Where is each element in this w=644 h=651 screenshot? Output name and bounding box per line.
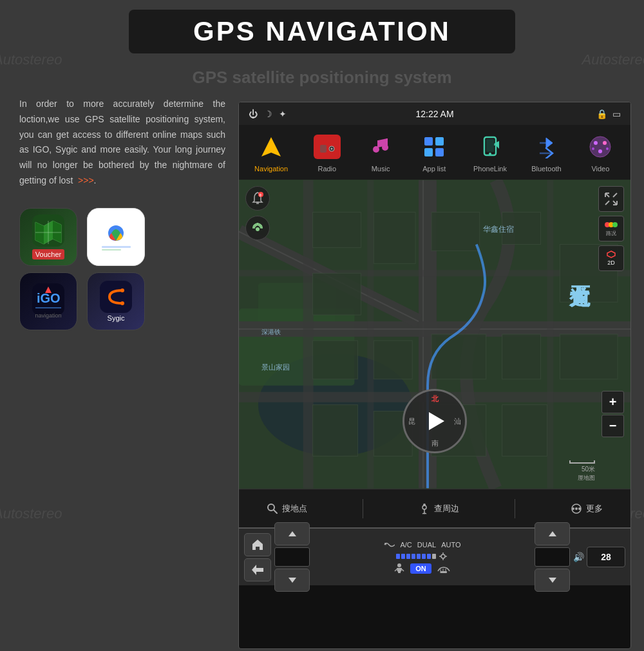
brightness-icon: ✦ [279,109,287,119]
traffic-btn[interactable]: 路况 [598,216,624,241]
status-icons-right: 🔒 ▭ [596,109,621,119]
zoom-out-btn[interactable]: − [601,415,624,437]
svg-point-43 [598,149,602,153]
fan-speed-icon [438,552,448,561]
svg-rect-11 [102,249,121,250]
menu-item-music[interactable]: Music [366,133,395,173]
svg-rect-32 [435,148,444,156]
svg-marker-105 [252,540,263,550]
vol-down-right-btn[interactable] [535,569,570,592]
more-label: 更多 [586,503,603,514]
app-icon-voucher[interactable]: Voucher [19,208,77,266]
menu-item-radio[interactable]: Radio [312,133,341,173]
menu-item-bluetooth[interactable]: Bluetooth [531,133,561,173]
car-controls: A/C DUAL AUTO [239,527,630,585]
device-screen: ⏻ ☽ ✦ 12:22 AM 🔒 ▭ Navigation [238,102,631,649]
svg-marker-96 [607,251,615,258]
svg-point-17 [120,288,124,292]
svg-text:iGO: iGO [37,291,61,305]
bottom-car-row: ON [393,563,451,574]
page-title: GPS NAVIGATION [142,16,502,47]
moon-icon: ☽ [264,109,272,119]
arrow-up-icon [288,531,297,537]
app-icons-grid: Voucher iGO [19,208,148,330]
app-menu-bar: Navigation Radio [239,125,630,180]
radio-label: Radio [317,165,336,173]
compass-north: 北 [431,394,439,404]
progress-bar [396,554,436,559]
vol-up-right-btn[interactable] [535,522,570,545]
map-left-controls: 0 [245,186,270,240]
compass-west: 昆 [408,417,415,426]
svg-rect-34 [486,139,494,152]
phonelink-label: PhoneLink [473,165,507,173]
menu-item-navigation[interactable]: Navigation [254,133,288,173]
compass-ring: 北 南 汕 昆 [402,389,467,453]
svg-rect-75 [502,405,547,457]
svg-text:深港铁: 深港铁 [261,328,281,335]
view-2d-btn[interactable]: 2D [598,245,624,271]
svg-marker-19 [261,137,281,156]
vol-down-left-btn[interactable] [274,569,310,592]
svg-rect-59 [367,180,374,488]
home-back-group [244,533,271,581]
svg-rect-71 [374,341,412,379]
back-icon [251,564,264,576]
svg-line-24 [323,140,332,144]
svg-point-84 [256,227,260,231]
svg-rect-66 [313,341,358,379]
igo-subtext: navigation [35,312,61,319]
svg-line-88 [613,193,617,197]
defrost-icon [437,563,451,574]
arrow-up-right-icon [548,531,557,537]
compass-play-btn[interactable] [429,412,444,430]
svg-point-45 [606,147,609,150]
fullscreen-btn[interactable] [598,186,624,212]
description-text: In order to more accurately determine th… [19,97,225,189]
svg-point-95 [612,222,618,227]
svg-point-102 [575,507,578,510]
auto-label: AUTO [441,541,460,549]
music-label: Music [372,165,390,173]
notification-btn[interactable]: 0 [245,186,270,211]
svg-rect-53 [239,328,630,330]
svg-line-98 [274,510,277,513]
radio-icon [312,133,341,162]
svg-rect-21 [320,145,327,153]
map-area[interactable]: 华鑫住宿 景山家园 深港铁 石龙大道 0 [239,180,630,489]
more-btn[interactable]: 更多 [571,503,603,514]
left-panel: In order to more accurately determine th… [19,97,225,330]
app-icon-igo[interactable]: iGO navigation [19,272,77,330]
search-place-btn[interactable]: 搜地点 [267,503,307,514]
compass-south: 南 [431,439,439,448]
app-icon-google-maps[interactable] [87,208,145,266]
status-icons-left: ⏻ ☽ ✦ [249,109,287,119]
vol-up-left-btn[interactable] [274,522,310,545]
svg-point-109 [441,554,445,558]
compass-container[interactable]: 北 南 汕 昆 [402,389,467,453]
applist-label: App list [422,165,446,173]
search-divider-1 [363,499,363,518]
menu-item-video[interactable]: Video [586,133,615,173]
app-icon-sygic[interactable]: Sygic [87,272,145,330]
back-btn[interactable] [244,558,271,581]
voucher-label: Voucher [32,249,64,259]
svg-point-18 [120,301,124,305]
svg-rect-70 [560,334,618,379]
right-volume-group [535,522,570,592]
zoom-in-btn[interactable]: + [601,391,624,413]
nearby-btn[interactable]: 查周边 [419,503,459,514]
compass-east: 汕 [454,417,461,426]
menu-item-phonelink[interactable]: PhoneLink [473,133,507,173]
gps-signal-btn[interactable] [245,216,270,240]
volume-number-display: 28 [587,547,625,567]
svg-rect-60 [547,180,553,488]
svg-point-23 [330,148,332,150]
navigation-label: Navigation [254,165,288,173]
scale-indicator: 50米 厘地图 [569,460,595,482]
search-bar: 搜地点 查周边 更多 [239,489,630,527]
menu-item-applist[interactable]: App list [420,133,449,173]
left-volume-group [274,522,310,592]
home-btn[interactable] [244,533,271,556]
volume-speaker-icon: 🔊 [573,552,584,562]
